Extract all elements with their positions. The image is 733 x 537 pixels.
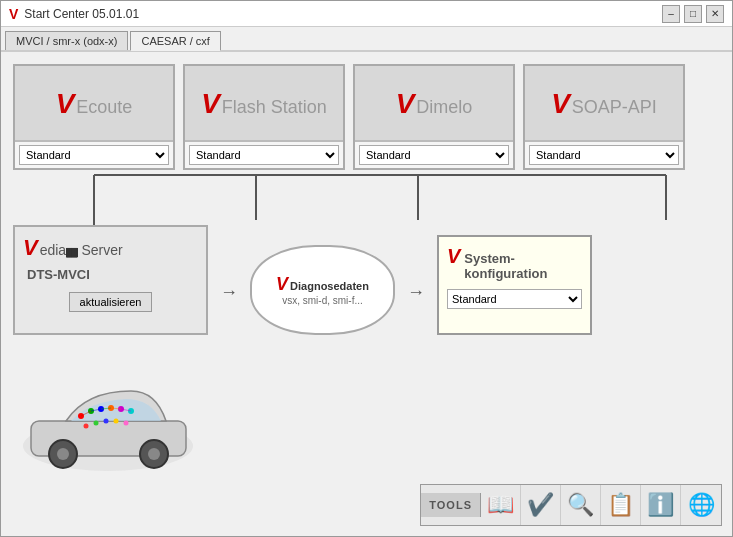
- window-title: Start Center 05.01.01: [24, 7, 139, 21]
- sysconfig-select[interactable]: Standard: [447, 289, 582, 309]
- tab-mvci[interactable]: MVCI / smr-x (odx-x): [5, 31, 128, 50]
- app-card-dimelo-dropdown: Standard: [355, 141, 513, 168]
- flash-station-v-letter: V: [201, 88, 220, 120]
- app-card-soap-api-header: V SOAP-API: [525, 66, 683, 141]
- arrow-right: →: [220, 250, 238, 335]
- app-cards-row: V Ecoute Standard V Flash Station: [13, 64, 720, 170]
- ecoute-title-text: Ecoute: [76, 97, 132, 118]
- app-card-flash-station-title: V Flash Station: [201, 88, 327, 120]
- diagnosedaten-card: V Diagnosedaten vsx, smi-d, smi-f...: [250, 245, 395, 335]
- tool-log-icon[interactable]: 📋: [601, 485, 641, 525]
- bottom-area: V edia██ Server DTS-MVCI aktualisieren →…: [13, 225, 720, 335]
- app-card-flash-station: V Flash Station Standard: [183, 64, 345, 170]
- svg-point-21: [114, 419, 119, 424]
- server-card: V edia██ Server DTS-MVCI aktualisieren: [13, 225, 208, 335]
- tool-info-icon[interactable]: ℹ️: [641, 485, 681, 525]
- flash-station-select[interactable]: Standard: [189, 145, 339, 165]
- flash-station-title-text: Flash Station: [222, 97, 327, 118]
- sysconfig-v-letter: V: [447, 245, 460, 268]
- svg-point-19: [94, 421, 99, 426]
- svg-point-20: [104, 419, 109, 424]
- app-card-flash-station-header: V Flash Station: [185, 66, 343, 141]
- dimelo-select[interactable]: Standard: [359, 145, 509, 165]
- tools-bar: TOOLS 📖 ✔️ 🔍 📋 ℹ️ 🌐: [420, 484, 722, 526]
- sysconfig-title-text: System-konfiguration: [464, 251, 547, 281]
- maximize-button[interactable]: □: [684, 5, 702, 23]
- svg-point-9: [57, 448, 69, 460]
- title-bar: V Start Center 05.01.01 – □ ✕: [1, 1, 732, 27]
- server-v-letter: V: [23, 235, 38, 261]
- dimelo-title-text: Dimelo: [416, 97, 472, 118]
- tab-bar: MVCI / smr-x (odx-x) CAESAR / cxf: [1, 27, 732, 52]
- soap-api-select[interactable]: Standard: [529, 145, 679, 165]
- app-card-ecoute-header: V Ecoute: [15, 66, 173, 141]
- app-card-dimelo: V Dimelo Standard: [353, 64, 515, 170]
- app-card-soap-api: V SOAP-API Standard: [523, 64, 685, 170]
- ecoute-v-letter: V: [56, 88, 75, 120]
- connector-svg: [13, 170, 720, 225]
- update-button[interactable]: aktualisieren: [69, 292, 153, 312]
- app-card-flash-station-dropdown: Standard: [185, 141, 343, 168]
- tool-check-icon[interactable]: ✔️: [521, 485, 561, 525]
- app-card-ecoute: V Ecoute Standard: [13, 64, 175, 170]
- diag-title-text: Diagnosedaten: [290, 280, 369, 292]
- app-card-ecoute-dropdown: Standard: [15, 141, 173, 168]
- app-card-soap-api-dropdown: Standard: [525, 141, 683, 168]
- minimize-button[interactable]: –: [662, 5, 680, 23]
- title-bar-controls: – □ ✕: [662, 5, 724, 23]
- diag-v-letter: V: [276, 274, 288, 295]
- tool-help-icon[interactable]: 📖: [481, 485, 521, 525]
- svg-point-22: [124, 421, 129, 426]
- server-title-text: edia██ Server: [40, 242, 123, 258]
- app-card-dimelo-title: V Dimelo: [396, 88, 473, 120]
- arrow-right-2: →: [407, 250, 425, 335]
- server-subtitle: DTS-MVCI: [23, 267, 198, 282]
- tool-globe-icon[interactable]: 🌐: [681, 485, 721, 525]
- app-card-soap-api-title: V SOAP-API: [551, 88, 657, 120]
- car-svg: [11, 361, 206, 481]
- app-icon: V: [9, 6, 18, 22]
- app-card-dimelo-header: V Dimelo: [355, 66, 513, 141]
- app-card-ecoute-title: V Ecoute: [56, 88, 133, 120]
- connector-area: [13, 170, 720, 225]
- ecoute-select[interactable]: Standard: [19, 145, 169, 165]
- main-content: V Ecoute Standard V Flash Station: [1, 52, 732, 536]
- dimelo-v-letter: V: [396, 88, 415, 120]
- sysconfig-card: V System-konfiguration Standard: [437, 235, 592, 335]
- diag-subtitle-text: vsx, smi-d, smi-f...: [282, 295, 363, 306]
- tools-label: TOOLS: [421, 493, 481, 517]
- close-button[interactable]: ✕: [706, 5, 724, 23]
- svg-point-11: [148, 448, 160, 460]
- sysconfig-title: V System-konfiguration: [447, 245, 582, 281]
- tab-caesar[interactable]: CAESAR / cxf: [130, 31, 220, 51]
- soap-api-v-letter: V: [551, 88, 570, 120]
- main-window: V Start Center 05.01.01 – □ ✕ MVCI / smr…: [0, 0, 733, 537]
- car-illustration-area: [11, 361, 206, 481]
- title-bar-left: V Start Center 05.01.01: [9, 6, 139, 22]
- server-title: V edia██ Server: [23, 235, 198, 261]
- svg-point-18: [84, 424, 89, 429]
- soap-api-title-text: SOAP-API: [572, 97, 657, 118]
- tool-search-icon[interactable]: 🔍: [561, 485, 601, 525]
